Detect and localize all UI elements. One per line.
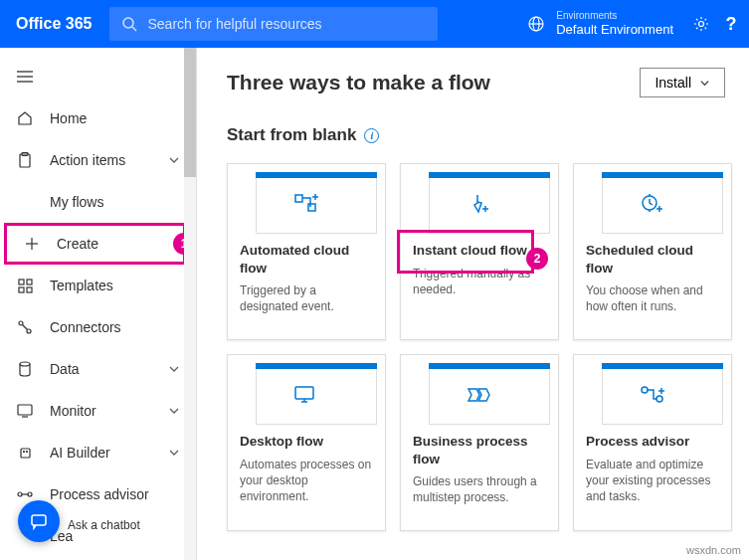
svg-rect-15: [19, 287, 24, 292]
hamburger-icon: [16, 68, 34, 86]
svg-point-42: [642, 387, 648, 393]
connectors-icon: [16, 318, 34, 336]
sidebar-item-label: Create: [57, 236, 98, 252]
chevron-down-icon: [168, 363, 180, 375]
install-label: Install: [655, 75, 691, 91]
gear-icon[interactable]: [691, 14, 711, 34]
svg-line-19: [23, 325, 28, 330]
sidebar-item-my-flows[interactable]: My flows: [0, 181, 196, 223]
svg-rect-21: [18, 405, 32, 415]
card-desc: Triggered by a designated event.: [240, 282, 373, 314]
sidebar-item-label: Action items: [50, 152, 125, 168]
sidebar-item-label: Templates: [50, 278, 113, 293]
sidebar-item-ai-builder[interactable]: AI Builder: [0, 432, 196, 473]
svg-point-17: [19, 321, 23, 325]
card-automated-cloud-flow[interactable]: Automated cloud flow Triggered by a desi…: [227, 163, 386, 340]
brand-logo[interactable]: Office 365: [8, 15, 99, 33]
help-icon[interactable]: ?: [721, 14, 741, 34]
page-title: Three ways to make a flow: [227, 71, 490, 94]
sidebar-item-label: Connectors: [50, 319, 121, 335]
card-desc: Evaluate and optimize your existing proc…: [586, 457, 719, 505]
card-instant-cloud-flow[interactable]: 2 Instant cloud flow Triggered manually …: [400, 163, 559, 340]
globe-icon: [526, 14, 546, 34]
card-title: Process advisor: [586, 433, 719, 451]
card-desc: Automates processes on your desktop envi…: [240, 457, 373, 505]
card-process-advisor[interactable]: Process advisor Evaluate and optimize yo…: [573, 354, 732, 531]
svg-point-24: [23, 451, 24, 452]
scrollbar-thumb[interactable]: [184, 48, 196, 177]
annotation-highlight-2: [397, 230, 534, 274]
svg-line-1: [132, 27, 136, 31]
chevron-down-icon: [168, 154, 180, 166]
hamburger-menu[interactable]: [0, 56, 196, 97]
card-desc: Guides users through a multistep process…: [413, 473, 546, 505]
card-desktop-flow[interactable]: Desktop flow Automates processes on your…: [227, 354, 386, 531]
process-advisor-icon: [640, 385, 665, 405]
install-button[interactable]: Install: [640, 68, 725, 97]
clipboard-icon: [16, 151, 34, 169]
sidebar-item-label: My flows: [50, 194, 103, 210]
chatbot-fab[interactable]: [18, 500, 60, 542]
svg-point-27: [28, 492, 32, 496]
card-title: Business process flow: [413, 433, 546, 467]
search-box[interactable]: [109, 7, 438, 41]
svg-rect-31: [308, 204, 315, 211]
environment-picker[interactable]: Environments Default Environment: [518, 10, 681, 38]
sidebar-item-monitor[interactable]: Monitor: [0, 390, 196, 432]
card-desc: You choose when and how often it runs.: [586, 282, 719, 314]
svg-rect-14: [27, 280, 32, 284]
sidebar-item-label: Process advisor: [50, 486, 149, 502]
sidebar-item-connectors[interactable]: Connectors: [0, 306, 196, 348]
card-title: Desktop flow: [240, 433, 373, 451]
chevron-down-icon: [168, 447, 180, 459]
ai-icon: [16, 444, 34, 462]
svg-point-25: [26, 451, 27, 452]
info-icon[interactable]: i: [364, 128, 379, 143]
plus-icon: [23, 235, 41, 253]
card-grid: Automated cloud flow Triggered by a desi…: [227, 163, 725, 531]
search-icon: [119, 14, 139, 34]
scheduled-flow-icon: [640, 193, 665, 215]
main-content: Three ways to make a flow Install Start …: [197, 48, 749, 560]
sidebar-scrollbar[interactable]: [184, 48, 196, 560]
sidebar-item-home[interactable]: Home: [0, 97, 196, 139]
svg-rect-39: [295, 387, 313, 399]
annotation-badge-2: 2: [526, 248, 548, 270]
app-header: Office 365 Environments Default Environm…: [0, 0, 749, 48]
svg-rect-13: [19, 280, 24, 284]
sidebar-item-create[interactable]: Create 1: [4, 223, 186, 265]
chatbot-icon: [29, 511, 49, 531]
subtitle-text: Start from blank: [227, 125, 356, 145]
business-process-icon: [467, 387, 492, 403]
svg-rect-30: [295, 195, 302, 202]
svg-rect-29: [32, 515, 46, 525]
chatbot-label[interactable]: Ask a chatbot: [68, 518, 140, 532]
sidebar: Home Action items My flows Create 1 Temp…: [0, 48, 197, 560]
sidebar-item-label: Data: [50, 361, 80, 377]
section-subtitle: Start from blank i: [227, 125, 725, 145]
instant-flow-icon: [468, 192, 491, 216]
desktop-flow-icon: [293, 385, 319, 405]
home-icon: [16, 109, 34, 127]
svg-rect-23: [21, 449, 30, 458]
card-title: Automated cloud flow: [240, 242, 373, 277]
monitor-icon: [16, 402, 34, 420]
svg-point-0: [123, 18, 133, 28]
sidebar-item-data[interactable]: Data: [0, 348, 196, 390]
search-input[interactable]: [147, 16, 428, 32]
svg-rect-16: [27, 287, 32, 292]
automated-flow-icon: [293, 193, 319, 215]
svg-point-43: [656, 396, 662, 402]
sidebar-item-label: Monitor: [50, 403, 96, 419]
chevron-down-icon: [168, 405, 180, 417]
card-scheduled-cloud-flow[interactable]: Scheduled cloud flow You choose when and…: [573, 163, 732, 340]
sidebar-item-templates[interactable]: Templates: [0, 265, 196, 306]
card-business-process-flow[interactable]: Business process flow Guides users throu…: [400, 354, 559, 531]
sidebar-item-action-items[interactable]: Action items: [0, 139, 196, 181]
svg-point-20: [20, 362, 30, 366]
sidebar-item-label: Home: [50, 110, 87, 126]
env-name: Default Environment: [556, 22, 673, 38]
data-icon: [16, 360, 34, 378]
watermark: wsxdn.com: [686, 544, 741, 556]
sidebar-item-label: AI Builder: [50, 445, 110, 461]
